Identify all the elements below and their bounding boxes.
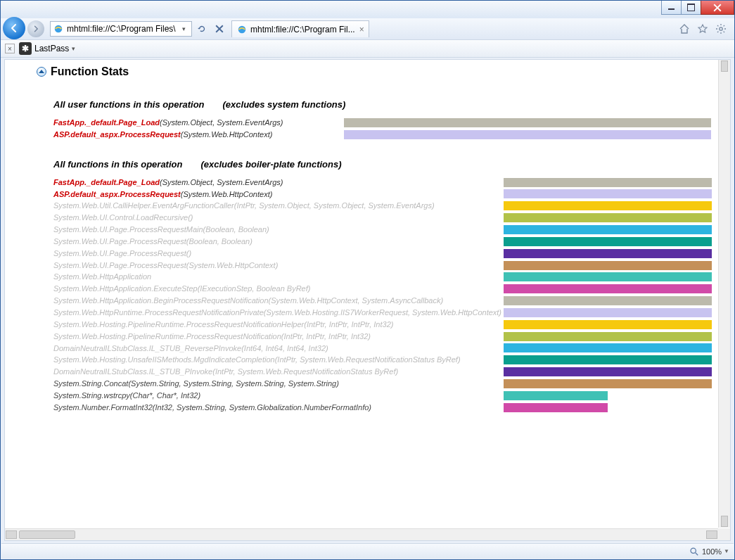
function-section: All user functions in this operation(exc… <box>53 99 696 141</box>
function-cell: FastApp._default.Page_Load(System.Object… <box>53 177 504 189</box>
table-row: System.Web.HttpRuntime.ProcessRequestNot… <box>53 307 712 319</box>
bar-cell <box>504 354 712 366</box>
horizontal-scrollbar[interactable] <box>5 528 718 540</box>
function-cell: System.Web.UI.Control.LoadRecursive() <box>53 212 504 224</box>
zoom-icon[interactable] <box>689 547 699 556</box>
function-bar <box>504 261 712 270</box>
scrollbar-thumb[interactable] <box>19 530 75 539</box>
table-row: System.Web.UI.Page.ProcessRequest() <box>53 248 712 260</box>
minimize-button[interactable] <box>661 1 682 15</box>
function-cell: ASP.default_aspx.ProcessRequest(System.W… <box>53 189 504 201</box>
function-name: System.Web.HttpApplication <box>53 272 151 281</box>
function-name: System.Number.FormatInt32 <box>53 403 153 412</box>
function-name: FastApp._default.Page_Load <box>53 178 160 186</box>
function-bar <box>504 178 712 187</box>
function-args: () <box>188 213 193 222</box>
bar-cell <box>504 224 712 236</box>
function-name: System.String.wstrcpy <box>53 391 130 400</box>
function-args: (System.Web.HttpContext) <box>186 261 279 269</box>
settings-icon[interactable] <box>715 23 727 35</box>
table-row: System.Web.UI.Page.ProcessRequest(Boolea… <box>53 236 712 248</box>
function-args: (System.Web.Hosting.IIS7WorkerRequest, S… <box>264 308 501 317</box>
function-cell: System.Web.UI.Page.ProcessRequest() <box>53 248 504 260</box>
function-bar <box>504 320 712 329</box>
table-row: System.Web.HttpApplication.ExecuteStep(I… <box>53 283 712 295</box>
function-table: FastApp._default.Page_Load(System.Object… <box>53 177 712 414</box>
function-args: (IntPtr, System.Object, System.Object, S… <box>234 201 435 210</box>
function-bar <box>504 225 712 234</box>
vertical-scrollbar[interactable] <box>718 60 730 528</box>
function-bar <box>504 332 712 341</box>
bar-cell <box>504 319 712 331</box>
function-bar <box>344 130 711 139</box>
bar-cell <box>504 378 712 390</box>
toolbar-close-icon[interactable]: × <box>5 44 15 53</box>
bar-cell <box>504 236 712 248</box>
bar-cell <box>504 366 712 378</box>
address-bar[interactable]: mhtml:file://C:\Program Files\ ▾ <box>50 21 192 37</box>
function-args: (IntPtr, IntPtr, IntPtr, Int32) <box>281 332 371 341</box>
function-cell: System.Web.UI.Page.ProcessRequest(System… <box>53 260 504 272</box>
zoom-level[interactable]: 100% <box>702 547 722 556</box>
url-dropdown-icon[interactable]: ▾ <box>178 25 189 32</box>
bar-cell <box>504 283 712 295</box>
section-title: All user functions in this operation <box>53 99 205 110</box>
maximize-button[interactable] <box>681 1 701 15</box>
function-cell: System.Web.Hosting.PipelineRuntime.Proce… <box>53 331 504 343</box>
bar-cell <box>504 307 712 319</box>
bar-cell <box>504 189 712 201</box>
lastpass-label[interactable]: LastPass <box>34 44 69 53</box>
browser-tab[interactable]: mhtml:file://C:\Program Fil... × <box>231 20 369 37</box>
lastpass-icon[interactable]: ✱ <box>19 42 32 55</box>
function-name: System.Web.UI.Page.ProcessRequest <box>53 249 186 257</box>
bar-cell <box>504 295 712 307</box>
table-row: System.String.Concat(System.String, Syst… <box>53 378 712 390</box>
function-bar <box>504 403 608 412</box>
function-cell: System.Web.Util.CalliHelper.EventArgFunc… <box>53 200 504 212</box>
bar-cell <box>504 248 712 260</box>
function-name: DomainNeutralILStubClass.IL_STUB_PInvoke <box>53 367 212 376</box>
function-cell: System.Web.UI.Page.ProcessRequest(Boolea… <box>53 236 504 248</box>
favorites-icon[interactable] <box>696 23 709 35</box>
zoom-dropdown-icon[interactable]: ▼ <box>724 548 729 554</box>
table-row: System.Web.Util.CalliHelper.EventArgFunc… <box>53 200 712 212</box>
function-cell: System.Web.HttpApplication <box>53 271 504 283</box>
function-table: FastApp._default.Page_Load(System.Object… <box>53 117 711 141</box>
table-row: ASP.default_aspx.ProcessRequest(System.W… <box>53 189 712 201</box>
function-args: (Int32, System.String, System.Globalizat… <box>153 403 371 412</box>
lastpass-dropdown-icon[interactable]: ▾ <box>72 45 75 52</box>
function-name: System.Web.UI.Page.ProcessRequest <box>53 261 186 269</box>
function-name: System.String.Concat <box>53 379 128 388</box>
bar-cell <box>504 343 712 355</box>
navbar: mhtml:file://C:\Program Files\ ▾ mhtml:f… <box>1 18 734 39</box>
extension-toolbar: × ✱ LastPass ▾ <box>1 39 734 58</box>
function-bar <box>504 343 712 352</box>
function-cell: DomainNeutralILStubClass.IL_STUB_Reverse… <box>53 343 504 355</box>
section-note: (excludes boiler-plate functions) <box>200 159 341 170</box>
tab-title: mhtml:file://C:\Program Fil... <box>250 25 355 34</box>
function-bar <box>504 284 712 293</box>
function-name: System.Web.UI.Control.LoadRecursive <box>53 213 188 222</box>
section-header: All functions in this operation(excludes… <box>53 159 696 170</box>
tab-close-icon[interactable]: × <box>359 25 364 34</box>
function-cell: System.Web.UI.Page.ProcessRequestMain(Bo… <box>53 224 504 236</box>
bar-cell <box>504 271 712 283</box>
refresh-button[interactable] <box>194 21 210 37</box>
close-button[interactable] <box>701 1 734 15</box>
collapse-icon[interactable] <box>37 67 46 77</box>
back-button[interactable] <box>3 17 25 39</box>
function-cell: System.String.Concat(System.String, Syst… <box>53 378 504 390</box>
page-title: Function Stats <box>37 65 696 78</box>
function-args: (Boolean, Boolean) <box>186 237 253 246</box>
function-args: (Char*, Char*, Int32) <box>130 391 200 400</box>
page-viewport: Function Stats All user functions in thi… <box>4 59 731 541</box>
table-row: System.Web.Hosting.PipelineRuntime.Proce… <box>53 331 712 343</box>
browser-window: mhtml:file://C:\Program Files\ ▾ mhtml:f… <box>0 0 735 560</box>
forward-button[interactable] <box>27 20 44 37</box>
table-row: ASP.default_aspx.ProcessRequest(System.W… <box>53 129 711 141</box>
table-row: FastApp._default.Page_Load(System.Object… <box>53 177 712 189</box>
home-icon[interactable] <box>678 23 691 35</box>
page-content: Function Stats All user functions in thi… <box>5 60 717 528</box>
bar-cell <box>504 331 712 343</box>
stop-button[interactable] <box>212 21 227 37</box>
